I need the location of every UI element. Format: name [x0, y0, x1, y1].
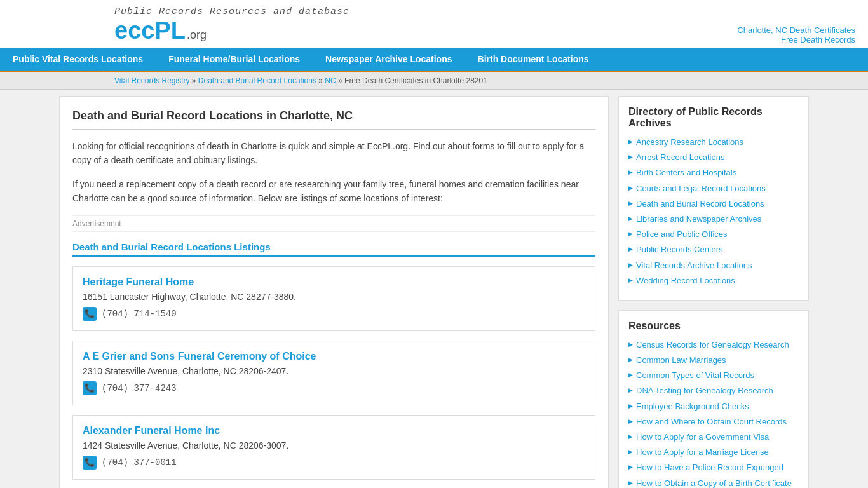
res-link-1[interactable]: Common Law Marriages: [636, 355, 726, 366]
logo-pl: PL: [154, 17, 186, 44]
list-item: How to Apply for a Marriage License: [628, 447, 799, 458]
dir-link-7[interactable]: Public Records Centers: [636, 244, 723, 255]
res-link-6[interactable]: How to Apply for a Government Visa: [636, 431, 769, 443]
list-item: DNA Testing for Genealogy Research: [628, 385, 799, 396]
sidebar-resources-box: Resources Census Records for Genealogy R…: [618, 310, 809, 488]
listing-phone-3: 📞 (704) 377-0011: [83, 456, 585, 470]
breadcrumb-link-3[interactable]: NC: [325, 76, 336, 85]
dir-link-6[interactable]: Police and Public Offices: [636, 229, 728, 240]
list-item: Arrest Record Locations: [628, 152, 799, 163]
list-item: Public Records Centers: [628, 244, 799, 255]
breadcrumb-current: Free Death Certificates in Charlotte 282…: [344, 76, 487, 85]
main-nav: Public Vital Records Locations Funeral H…: [0, 48, 868, 72]
main-content: Death and Burial Record Locations in Cha…: [59, 96, 609, 488]
logo-org: .org: [187, 29, 207, 42]
listing-name-3[interactable]: Alexander Funeral Home Inc: [83, 425, 585, 437]
res-link-2[interactable]: Common Types of Vital Records: [636, 370, 754, 381]
list-item: Census Records for Genealogy Research: [628, 339, 799, 351]
res-link-9[interactable]: How to Obtain a Copy of a Birth Certific…: [636, 478, 792, 488]
breadcrumb-sep-2: »: [318, 76, 325, 85]
logo-area: Public Records Resources and database ec…: [114, 6, 349, 44]
nav-item-birth[interactable]: Birth Document Locations: [465, 48, 602, 71]
listing-card-2: A E Grier and Sons Funeral Ceremony of C…: [72, 341, 595, 405]
breadcrumb: Vital Records Registry » Death and Buria…: [0, 72, 868, 90]
list-item: Libraries and Newspaper Archives: [628, 214, 799, 225]
breadcrumb-link-2[interactable]: Death and Burial Record Locations: [198, 76, 316, 85]
phone-icon-2: 📞: [83, 381, 97, 395]
dir-link-8[interactable]: Vital Records Archive Locations: [636, 260, 752, 271]
content-area: Death and Burial Record Locations in Cha…: [53, 96, 815, 488]
nav-item-vital[interactable]: Public Vital Records Locations: [0, 48, 156, 71]
dir-link-1[interactable]: Arrest Record Locations: [636, 152, 724, 163]
listing-name-1[interactable]: Heritage Funeral Home: [83, 276, 585, 288]
nav-item-funeral[interactable]: Funeral Home/Burial Locations: [156, 48, 313, 71]
listing-name-2[interactable]: A E Grier and Sons Funeral Ceremony of C…: [83, 351, 585, 362]
nav-item-newspaper[interactable]: Newspaper Archive Locations: [313, 48, 465, 71]
phone-icon-3: 📞: [83, 456, 97, 470]
sidebar-directory-box: Directory of Public Records Archives Anc…: [618, 96, 809, 301]
sidebar-resources-title: Resources: [628, 320, 799, 332]
header: Public Records Resources and database ec…: [0, 0, 868, 48]
sidebar-directory-list: Ancestry Research Locations Arrest Recor…: [628, 137, 799, 287]
list-item: Vital Records Archive Locations: [628, 260, 799, 271]
list-item: How to Apply for a Government Visa: [628, 431, 799, 443]
dir-link-9[interactable]: Wedding Record Locations: [636, 275, 735, 287]
dir-link-0[interactable]: Ancestry Research Locations: [636, 137, 743, 148]
list-item: Ancestry Research Locations: [628, 137, 799, 148]
listing-address-3: 1424 Statesville Avenue, Charlotte, NC 2…: [83, 440, 585, 451]
header-links: Charlotte, NC Death Certificates Free De…: [737, 25, 855, 44]
dir-link-2[interactable]: Birth Centers and Hospitals: [636, 167, 736, 179]
listings-header: Death and Burial Record Locations Listin…: [72, 241, 595, 257]
list-item: How and Where to Obtain Court Records: [628, 416, 799, 428]
listing-phone-1: 📞 (704) 714-1540: [83, 307, 585, 321]
res-link-5[interactable]: How and Where to Obtain Court Records: [636, 416, 787, 428]
listing-address-2: 2310 Statesville Avenue, Charlotte, NC 2…: [83, 366, 585, 376]
sidebar-resources-list: Census Records for Genealogy Research Co…: [628, 339, 799, 488]
list-item: Courts and Legal Record Locations: [628, 183, 799, 194]
res-link-4[interactable]: Employee Background Checks: [636, 401, 749, 412]
list-item: Common Law Marriages: [628, 355, 799, 366]
listing-address-1: 16151 Lancaster Highway, Charlotte, NC 2…: [83, 292, 585, 302]
list-item: Birth Centers and Hospitals: [628, 167, 799, 179]
header-link-2[interactable]: Free Death Records: [737, 35, 855, 44]
logo-text: eccPL.org: [114, 17, 349, 44]
listing-card-3: Alexander Funeral Home Inc 1424 Statesvi…: [72, 415, 595, 480]
list-item: Wedding Record Locations: [628, 275, 799, 287]
listing-phone-text-2: (704) 377-4243: [102, 383, 177, 393]
res-link-7[interactable]: How to Apply for a Marriage License: [636, 447, 769, 458]
header-link-1[interactable]: Charlotte, NC Death Certificates: [737, 25, 855, 35]
res-link-3[interactable]: DNA Testing for Genealogy Research: [636, 385, 773, 396]
list-item: Employee Background Checks: [628, 401, 799, 412]
description-2: If you need a replacement copy of a deat…: [72, 177, 595, 206]
res-link-8[interactable]: How to Have a Police Record Expunged: [636, 462, 783, 473]
page-title: Death and Burial Record Locations in Cha…: [72, 109, 595, 130]
list-item: Police and Public Offices: [628, 229, 799, 240]
sidebar-directory-title: Directory of Public Records Archives: [628, 106, 799, 129]
list-item: How to Have a Police Record Expunged: [628, 462, 799, 473]
list-item: Common Types of Vital Records: [628, 370, 799, 381]
breadcrumb-link-1[interactable]: Vital Records Registry: [114, 76, 190, 85]
breadcrumb-sep-1: »: [192, 76, 198, 85]
dir-link-5[interactable]: Libraries and Newspaper Archives: [636, 214, 761, 225]
dir-link-4[interactable]: Death and Burial Record Locations: [636, 198, 764, 210]
logo-ecc: ecc: [114, 17, 154, 44]
res-link-0[interactable]: Census Records for Genealogy Research: [636, 339, 789, 351]
sidebar: Directory of Public Records Archives Anc…: [618, 96, 809, 488]
dir-link-3[interactable]: Courts and Legal Record Locations: [636, 183, 766, 194]
description-1: Looking for official recognitions of dea…: [72, 139, 595, 168]
listing-phone-2: 📞 (704) 377-4243: [83, 381, 585, 395]
phone-icon-1: 📞: [83, 307, 97, 321]
list-item: Death and Burial Record Locations: [628, 198, 799, 210]
logo-tagline: Public Records Resources and database: [114, 6, 349, 17]
listing-phone-text-3: (704) 377-0011: [102, 458, 177, 468]
listing-phone-text-1: (704) 714-1540: [102, 309, 177, 319]
ad-label: Advertisement: [72, 215, 595, 232]
list-item: How to Obtain a Copy of a Birth Certific…: [628, 478, 799, 488]
listing-card-1: Heritage Funeral Home 16151 Lancaster Hi…: [72, 266, 595, 331]
breadcrumb-sep-3: »: [338, 76, 344, 85]
